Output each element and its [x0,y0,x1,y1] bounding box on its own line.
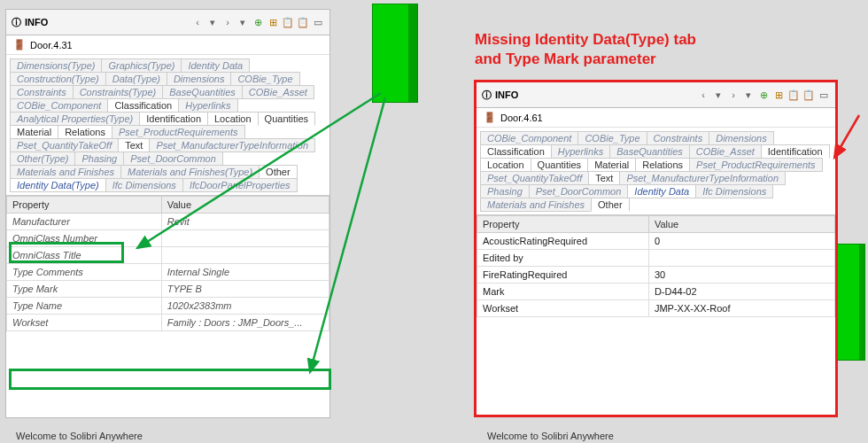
tab-constraints-type-[interactable]: Constraints(Type) [73,85,164,99]
clipboard-icon[interactable]: 📋 [282,16,294,28]
tab-materials-and-finishes[interactable]: Materials and Finishes [10,165,121,179]
tab-cobie-component[interactable]: COBie_Component [480,131,578,145]
tab-ifc-dimensions[interactable]: Ifc Dimensions [105,178,183,192]
property-name: Type Comments [7,264,162,281]
panel-title-right: ⓘ INFO [482,89,518,102]
table-row[interactable]: WorksetJMP-XX-XX-Roof [477,300,835,317]
header-toolbar-left: ‹ ▾ › ▾ ⊕ ⊞ 📋 📋 ▭ [191,16,324,28]
tabs-left: Dimensions(Type)Graphics(Type)Identity D… [6,55,329,196]
nav-last-icon[interactable]: ▾ [236,16,249,28]
tab-other[interactable]: Other [591,198,630,212]
tab-data-type-[interactable]: Data(Type) [105,72,167,86]
tab-pset-manufacturertypeinformation[interactable]: Pset_ManufacturerTypeInformation [149,138,315,152]
tab-identity-data[interactable]: Identity Data [627,184,696,198]
screen-icon[interactable]: ▭ [818,89,830,101]
col-property[interactable]: Property [477,216,649,233]
tab-quantities[interactable]: Quantities [258,112,316,126]
tab-relations[interactable]: Relations [58,125,112,139]
tab-cobie-type[interactable]: COBie_Type [230,72,299,86]
tab-other[interactable]: Other [259,165,298,179]
tab-basequantities[interactable]: BaseQuantities [609,144,690,159]
clipboard2-icon[interactable]: 📋 [802,89,815,101]
tab-text[interactable]: Text [588,171,620,185]
nav-next-icon[interactable]: › [221,16,234,28]
tab-pset-quantitytakeoff[interactable]: Pset_QuantityTakeOff [10,138,119,152]
tab-constraints[interactable]: Constraints [647,131,710,145]
tab-cobie-type[interactable]: COBie_Type [577,131,647,145]
tab-location[interactable]: Location [207,112,259,126]
table-row[interactable]: AcousticRatingRequired0 [477,233,835,250]
table-row[interactable]: Type CommentsInternal Single [7,264,329,281]
tab-constraints[interactable]: Constraints [10,85,74,99]
table-row[interactable]: Type MarkTYPE B [7,281,329,298]
door-icon: 🚪 [13,39,26,51]
col-value[interactable]: Value [161,197,329,214]
tab-other-type-[interactable]: Other(Type) [10,152,75,166]
tab-identification[interactable]: Identification [139,112,208,126]
tab-relations[interactable]: Relations [635,158,690,172]
tab-materials-and-finishes[interactable]: Materials and Finishes [480,198,592,212]
tab-identity-data-type-[interactable]: Identity Data(Type) [10,178,106,192]
property-name: AcousticRatingRequired [477,233,649,250]
link-icon[interactable]: ⊕ [252,16,264,28]
nav-first-icon[interactable]: ‹ [191,16,204,28]
tab-location[interactable]: Location [480,158,531,172]
property-value: 1020x2383mm [161,298,329,315]
property-name: Manufacturer [7,214,162,230]
col-property[interactable]: Property [7,197,162,214]
tab-quantities[interactable]: Quantities [531,158,589,172]
tab-pset-productrequirements[interactable]: Pset_ProductRequirements [689,158,823,172]
tab-pset-quantitytakeoff[interactable]: Pset_QuantityTakeOff [480,171,589,185]
tab-dimensions[interactable]: Dimensions [709,131,773,145]
info-panel-right: ⓘ INFO ‹ ▾ › ▾ ⊕ ⊞ 📋 📋 ▭ 🚪 Door.4.61 COB… [474,80,838,417]
add-icon[interactable]: ⊞ [772,89,785,101]
tab-text[interactable]: Text [118,138,150,152]
tab-basequantities[interactable]: BaseQuantities [162,85,243,99]
table-row[interactable]: Edited by [477,250,835,267]
table-row[interactable]: WorksetFamily : Doors : JMP_Doors_... [7,315,329,331]
object-line-right: 🚪 Door.4.61 [477,108,835,128]
tab-pset-doorcommon[interactable]: Pset_DoorCommon [529,184,629,198]
table-row[interactable]: ManufacturerRevit [7,214,329,230]
table-row[interactable]: FireRatingRequired30 [477,267,835,284]
tab-dimensions[interactable]: Dimensions [167,72,231,86]
tab-pset-doorcommon[interactable]: Pset_DoorCommon [123,152,223,166]
tab-material[interactable]: Material [10,125,58,139]
tab-materials-and-finishes-type-[interactable]: Materials and Finishes(Type) [120,165,260,179]
tab-construction-type-[interactable]: Construction(Type) [10,72,106,86]
nav-first-icon[interactable]: ‹ [697,89,709,101]
tab-identification[interactable]: Identification [761,144,830,159]
tab-hyperlinks[interactable]: Hyperlinks [551,144,610,159]
property-value: Family : Doors : JMP_Doors_... [161,315,329,331]
tab-classification[interactable]: Classification [480,144,552,159]
tab-cobie-asset[interactable]: COBie_Asset [242,85,314,99]
tab-phasing[interactable]: Phasing [480,184,530,198]
col-value[interactable]: Value [648,216,834,233]
tab-ifc-dimensions[interactable]: Ifc Dimensions [695,184,773,198]
tab-material[interactable]: Material [587,158,636,172]
clipboard-icon[interactable]: 📋 [787,89,800,101]
tab-graphics-type-[interactable]: Graphics(Type) [101,58,182,73]
tab-pset-manufacturertypeinformation[interactable]: Pset_ManufacturerTypeInformation [619,171,786,185]
add-icon[interactable]: ⊞ [267,16,279,28]
nav-prev-icon[interactable]: ▾ [206,16,219,28]
table-row[interactable]: Type Name1020x2383mm [7,298,329,315]
nav-prev-icon[interactable]: ▾ [712,89,725,101]
tab-ifcdoorpanelproperties[interactable]: IfcDoorPanelProperties [182,178,298,192]
tab-cobie-asset[interactable]: COBie_Asset [689,144,762,159]
tab-identity-data[interactable]: Identity Data [181,58,250,73]
clipboard2-icon[interactable]: 📋 [297,16,309,28]
tab-dimensions-type-[interactable]: Dimensions(Type) [10,58,102,73]
tab-analytical-properties-type-[interactable]: Analytical Properties(Type) [10,112,140,126]
table-row[interactable]: MarkD-D44-02 [477,284,835,300]
tab-cobie-component[interactable]: COBie_Component [10,98,108,113]
property-name: Edited by [477,250,649,267]
nav-last-icon[interactable]: ▾ [742,89,755,101]
tab-phasing[interactable]: Phasing [74,152,124,166]
tab-pset-productrequirements[interactable]: Pset_ProductRequirements [112,125,245,139]
tab-classification[interactable]: Classification [107,98,179,113]
nav-next-icon[interactable]: › [727,89,740,101]
screen-icon[interactable]: ▭ [312,16,324,28]
tab-hyperlinks[interactable]: Hyperlinks [178,98,237,113]
link-icon[interactable]: ⊕ [757,89,770,101]
